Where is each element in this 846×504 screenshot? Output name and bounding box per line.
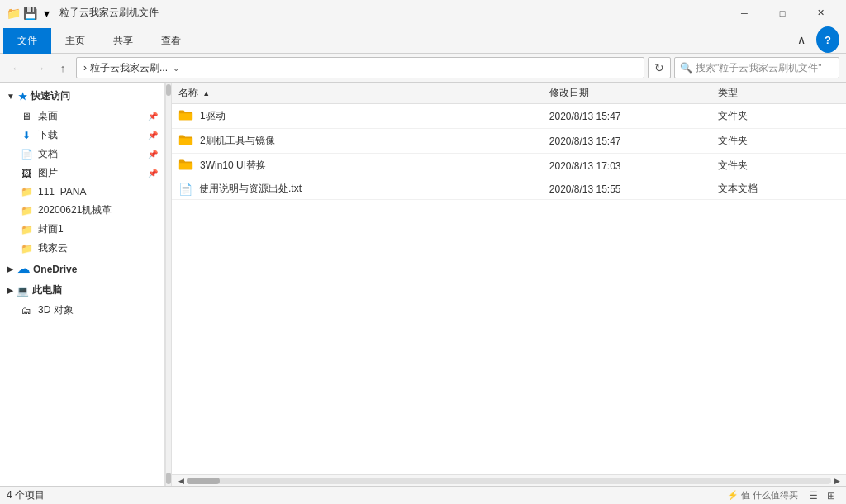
file-type: 文件夹 xyxy=(711,129,846,154)
expand-icon: ▼ xyxy=(7,92,15,101)
save-icon: 💾 xyxy=(23,7,36,20)
help-button[interactable]: ? xyxy=(816,26,839,53)
tab-share[interactable]: 共享 xyxy=(99,28,147,54)
file-type: 文件夹 xyxy=(711,104,846,129)
pin-icon: 📌 xyxy=(148,169,158,178)
back-button[interactable]: ← xyxy=(7,58,26,78)
sidebar-item-label: 封面1 xyxy=(38,222,64,236)
refresh-button[interactable]: ↻ xyxy=(648,57,671,78)
address-path: › 粒子云我家云刷... ⌄ xyxy=(83,61,637,75)
title-bar: 📁 💾 ▾ 粒子云我家云刷机文件 ─ □ ✕ xyxy=(0,0,846,26)
sidebar-quickaccess-header[interactable]: ▼ ★ 快速访问 xyxy=(0,86,164,107)
sidebar-item-label: 桌面 xyxy=(38,109,58,123)
item-count: 4 个项目 xyxy=(7,488,45,502)
tab-home[interactable]: 主页 xyxy=(51,28,99,54)
file-date: 2020/8/13 15:55 xyxy=(543,178,711,200)
sidebar-item-label: 111_PANA xyxy=(38,186,86,197)
sidebar-thispc[interactable]: ▶ 💻 此电脑 xyxy=(0,280,164,301)
sidebar-item-pictures[interactable]: 🖼 图片 📌 xyxy=(0,164,164,183)
file-name: 2刷机工具与镜像 xyxy=(200,134,275,148)
col-header-name[interactable]: 名称 ▲ xyxy=(172,83,543,104)
sidebar-scrollbar[interactable] xyxy=(165,83,171,486)
pictures-icon: 🖼 xyxy=(20,167,33,180)
sidebar-item-label: 20200621机械革 xyxy=(38,203,112,217)
status-bar: 4 个项目 ⚡ 值 什么值得买 ☰ ⊞ xyxy=(0,486,846,504)
sidebar-item-3d[interactable]: 🗂 3D 对象 xyxy=(0,301,164,320)
col-header-date[interactable]: 修改日期 xyxy=(543,83,711,104)
sidebar-item-cover[interactable]: 📁 封面1 xyxy=(0,220,164,239)
col-header-type[interactable]: 类型 xyxy=(711,83,846,104)
folder-icon: 📁 xyxy=(20,185,33,198)
main-content: ▼ ★ 快速访问 🖥 桌面 📌 ⬇ 下载 📌 📄 文档 📌 xyxy=(0,83,846,486)
maximize-button[interactable]: □ xyxy=(763,0,801,26)
horizontal-scrollbar[interactable]: ◀ ▶ xyxy=(172,474,846,486)
docs-icon: 📄 xyxy=(20,148,33,161)
download-icon: ⬇ xyxy=(20,129,33,142)
pc-icon: 💻 xyxy=(17,285,29,297)
pin-icon: 📌 xyxy=(148,131,158,140)
sidebar-item-download[interactable]: ⬇ 下载 📌 xyxy=(0,126,164,145)
tab-view[interactable]: 查看 xyxy=(147,28,195,54)
arrow-icon: ▾ xyxy=(40,7,53,20)
address-bar: ← → ↑ › 粒子云我家云刷... ⌄ ↻ 🔍 搜索"粒子云我家云刷机文件" xyxy=(0,54,846,83)
sort-icon: ▲ xyxy=(202,89,210,97)
file-table: 名称 ▲ 修改日期 类型 1驱动 2020/8/13 15:47 xyxy=(172,83,846,200)
window-title: 粒子云我家云刷机文件 xyxy=(59,6,725,20)
breadcrumb-chevron: ⌄ xyxy=(173,64,179,73)
file-list-scroll[interactable]: 名称 ▲ 修改日期 类型 1驱动 2020/8/13 15:47 xyxy=(172,83,846,474)
expand-icon: ▶ xyxy=(7,264,13,273)
address-input[interactable]: › 粒子云我家云刷... ⌄ xyxy=(76,57,644,78)
sidebar-item-111pana[interactable]: 📁 111_PANA xyxy=(0,183,164,201)
search-icon: 🔍 xyxy=(680,62,692,74)
search-placeholder: 搜索"粒子云我家云刷机文件" xyxy=(696,61,822,75)
folder-icon: 📁 xyxy=(20,204,33,217)
file-name: 3Win10 UI替换 xyxy=(200,159,266,173)
hscroll-right[interactable]: ▶ xyxy=(831,475,843,487)
minimize-button[interactable]: ─ xyxy=(725,0,763,26)
hscroll-left[interactable]: ◀ xyxy=(175,475,187,487)
title-bar-icons: 📁 💾 ▾ xyxy=(7,7,53,20)
sidebar-item-wjy[interactable]: 📁 我家云 xyxy=(0,239,164,258)
pin-icon: 📌 xyxy=(148,112,158,121)
view-grid-button[interactable]: ⊞ xyxy=(823,487,839,504)
view-list-button[interactable]: ☰ xyxy=(805,487,821,504)
file-date: 2020/8/13 15:47 xyxy=(543,104,711,129)
pin-icon: 📌 xyxy=(148,150,158,159)
sidebar-item-desktop[interactable]: 🖥 桌面 📌 xyxy=(0,107,164,126)
ribbon: 文件 主页 共享 查看 ∧ ? xyxy=(0,26,846,54)
table-row[interactable]: 1驱动 2020/8/13 15:47 文件夹 xyxy=(172,104,846,129)
breadcrumb-text: 粒子云我家云刷... xyxy=(90,61,168,75)
up-button[interactable]: ↑ xyxy=(53,58,73,78)
forward-button[interactable]: → xyxy=(30,58,50,78)
logo-text: 值 什么值得买 xyxy=(741,489,798,502)
folder-icon: 📁 xyxy=(20,223,33,236)
thispc-label: 此电脑 xyxy=(32,283,62,297)
tab-file[interactable]: 文件 xyxy=(3,28,51,54)
file-date: 2020/8/13 17:03 xyxy=(543,154,711,178)
sidebar-item-20200621[interactable]: 📁 20200621机械革 xyxy=(0,201,164,220)
folder-icon xyxy=(178,132,193,150)
close-button[interactable]: ✕ xyxy=(801,0,839,26)
sidebar-onedrive[interactable]: ▶ ☁ OneDrive xyxy=(0,258,164,280)
sidebar-item-docs[interactable]: 📄 文档 📌 xyxy=(0,145,164,164)
scroll-arrow-down[interactable] xyxy=(166,473,171,484)
sidebar-item-label: 图片 xyxy=(38,166,58,180)
file-name-cell: 📄 使用说明与资源出处.txt xyxy=(178,182,536,196)
hscroll-thumb[interactable] xyxy=(187,478,220,484)
scroll-arrow-up[interactable] xyxy=(166,84,171,96)
file-type: 文本文档 xyxy=(711,178,846,200)
ribbon-tabs: 文件 主页 共享 查看 ∧ ? xyxy=(0,26,846,53)
hscroll-track xyxy=(187,478,831,484)
table-row[interactable]: 2刷机工具与镜像 2020/8/13 15:47 文件夹 xyxy=(172,129,846,154)
threed-icon: 🗂 xyxy=(20,304,33,317)
file-name-cell: 3Win10 UI替换 xyxy=(178,157,536,174)
table-row[interactable]: 3Win10 UI替换 2020/8/13 17:03 文件夹 xyxy=(172,154,846,178)
sidebar: ▼ ★ 快速访问 🖥 桌面 📌 ⬇ 下载 📌 📄 文档 📌 xyxy=(0,83,165,486)
ribbon-collapse-button[interactable]: ∧ xyxy=(790,26,813,53)
txt-file-icon: 📄 xyxy=(178,183,192,196)
search-box[interactable]: 🔍 搜索"粒子云我家云刷机文件" xyxy=(674,57,839,78)
sidebar-item-label: 文档 xyxy=(38,147,58,161)
table-row[interactable]: 📄 使用说明与资源出处.txt 2020/8/13 15:55 文本文档 xyxy=(172,178,846,200)
view-icons: ☰ ⊞ xyxy=(805,487,839,504)
folder-icon: 📁 xyxy=(20,242,33,255)
